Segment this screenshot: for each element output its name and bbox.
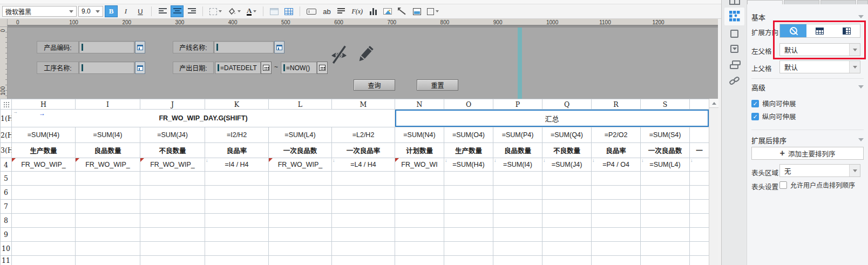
grid-cell-r10-c8[interactable] [444, 242, 493, 256]
line-name-widget-button[interactable] [274, 41, 284, 53]
font-size-select[interactable]: 9.0 [78, 6, 103, 17]
grid-cell-r9-c3[interactable] [140, 228, 205, 242]
grid-cell-r2-c5[interactable]: =SUM(L4) [269, 127, 332, 143]
grid-cell-r10-c5[interactable] [269, 242, 332, 256]
grid-cell-r2-c13[interactable] [690, 127, 709, 143]
grid-cell-r3-c6[interactable]: 一次良品率 [332, 143, 395, 158]
row-header-3[interactable]: 3(H) [1, 143, 12, 158]
cell-summary-selected[interactable]: 汇总 [395, 110, 709, 127]
grid-cell-r6-c12[interactable] [641, 186, 690, 200]
cell-element-tool[interactable] [722, 11, 747, 22]
grid-cell-r8-c6[interactable] [332, 214, 395, 228]
grid-cell-r9-c8[interactable] [444, 228, 493, 242]
grid-cell-r11-c10[interactable] [542, 256, 592, 265]
bold-button[interactable]: B [105, 5, 118, 17]
grid-cell-r7-c13[interactable] [690, 200, 709, 214]
insert-line-button[interactable] [396, 5, 409, 17]
grid-cell-r5-c5[interactable] [269, 172, 332, 186]
grid-cell-r6-c10[interactable] [542, 186, 592, 200]
insert-formula-button[interactable]: F(x) [349, 5, 365, 17]
column-header-O[interactable]: O [444, 99, 493, 110]
grid-cell-r3-c11[interactable]: 良品率 [592, 143, 641, 158]
grid-cell-r3-c5[interactable]: 一次良品数 [269, 143, 332, 158]
align-center-button[interactable] [171, 5, 184, 17]
grid-cell-r5-c11[interactable] [592, 172, 641, 186]
insert-image-button[interactable] [381, 5, 394, 17]
insert-paragraph-button[interactable] [335, 5, 348, 17]
row-header-2[interactable]: 2(H) [1, 127, 12, 143]
grid-cell-r11-c6[interactable] [332, 256, 395, 265]
grid-cell-r7-c9[interactable] [493, 200, 542, 214]
grid-cell-r10-c2[interactable] [76, 242, 140, 256]
dropdown-button[interactable] [849, 44, 860, 56]
grid-cell-r8-c12[interactable] [641, 214, 690, 228]
panel-tab-2[interactable] [784, 0, 819, 4]
grid-cell-r6-c13[interactable] [690, 186, 709, 200]
scroll-up-button[interactable] [709, 99, 718, 108]
left-parent-dropdown[interactable]: 默认 [779, 43, 860, 56]
grid-cell-r4-c2[interactable]: FR_WO_WIP_ [76, 158, 140, 172]
grid-cell-r5-c1[interactable] [12, 172, 76, 186]
grid-cell-r2-c6[interactable]: =L2/H2 [332, 127, 395, 143]
grid-cell-r4-c9[interactable]: =SUM(I4)↓ [493, 158, 542, 172]
grid-cell-r10-c4[interactable] [205, 242, 269, 256]
panel-tab-4[interactable] [857, 0, 868, 4]
grid-cell-r6-c9[interactable] [493, 186, 542, 200]
date-from-calendar-button[interactable] [261, 62, 272, 74]
grid-cell-r3-c8[interactable]: 生产数量 [444, 143, 493, 158]
dropdown-button[interactable] [849, 61, 860, 73]
panel-tab-3[interactable] [820, 0, 856, 4]
grid-cell-r7-c1[interactable] [12, 200, 76, 214]
grid-cell-r9-c13[interactable] [690, 228, 709, 242]
italic-button[interactable]: I [119, 5, 132, 17]
column-header-Q[interactable]: Q [542, 99, 592, 110]
allow-user-sort-checkbox[interactable]: 允许用户点击排列顺序 [779, 180, 855, 189]
grid-cell-r8-c5[interactable] [269, 214, 332, 228]
expand-horizontal-option[interactable] [833, 24, 860, 37]
grid-cell-r4-c1[interactable]: FR_WO_WIP_ [12, 158, 76, 172]
grid-cell-r5-c7[interactable] [395, 172, 444, 186]
grid-cell-r6-c5[interactable] [269, 186, 332, 200]
product-code-input[interactable] [79, 41, 134, 53]
query-button[interactable]: 查询 [354, 79, 395, 91]
grid-cell-r2-c4[interactable]: =I2/H2 [205, 127, 269, 143]
grid-cell-r5-c13[interactable] [690, 172, 709, 186]
process-name-input[interactable] [79, 62, 134, 74]
grid-cell-r8-c7[interactable] [395, 214, 444, 228]
grid-cell-r3-c9[interactable]: 良品数量 [493, 143, 542, 158]
grid-cell-r6-c4[interactable] [205, 186, 269, 200]
column-header-H[interactable]: H [12, 99, 76, 110]
grid-cell-r4-c13[interactable]: ↓ [690, 158, 709, 172]
date-to-input[interactable]: =NOW() [281, 62, 317, 74]
widget-settings-tool[interactable] [722, 30, 747, 38]
merge-cell-button[interactable] [268, 5, 281, 17]
grid-cell-r8-c11[interactable] [592, 214, 641, 228]
grid-cell-r2-c12[interactable]: =SUM(S4) [641, 127, 690, 143]
border-button[interactable] [207, 5, 224, 17]
column-header-P[interactable]: P [493, 99, 542, 110]
grid-cell-r9-c1[interactable] [12, 228, 76, 242]
grid-cell-r2-c7[interactable]: =SUM(N4) [395, 127, 444, 143]
grid-cell-r7-c7[interactable] [395, 200, 444, 214]
column-header-N[interactable]: N [395, 99, 444, 110]
grid-cell-r4-c10[interactable]: =SUM(J4)↓ [542, 158, 592, 172]
date-to-calendar-button[interactable] [317, 62, 328, 74]
grid-cell-r4-c12[interactable]: =SUM(L4)↓ [641, 158, 690, 172]
column-header-M[interactable]: M [332, 99, 395, 110]
grid-cell-r9-c6[interactable] [332, 228, 395, 242]
grid-cell-r11-c4[interactable] [205, 256, 269, 265]
date-from-input[interactable]: =DATEDELT [215, 62, 261, 74]
add-primary-sort-button[interactable]: + 添加主要排列序 [751, 147, 864, 160]
grid-cell-r9-c9[interactable] [493, 228, 542, 242]
grid-cell-r9-c5[interactable] [269, 228, 332, 242]
dropdown-settings-tool[interactable] [722, 45, 747, 53]
dropdown-button[interactable] [849, 165, 860, 176]
grid-cell-r11-c12[interactable] [641, 256, 690, 265]
grid-cell-r5-c6[interactable] [332, 172, 395, 186]
grid-cell-r5-c3[interactable] [140, 172, 205, 186]
grid-corner[interactable] [1, 99, 12, 110]
underline-button[interactable]: U [134, 5, 147, 17]
grid-cell-r9-c10[interactable] [542, 228, 592, 242]
grid-cell-r10-c12[interactable] [641, 242, 690, 256]
row-header-9[interactable]: 9 [1, 228, 12, 242]
